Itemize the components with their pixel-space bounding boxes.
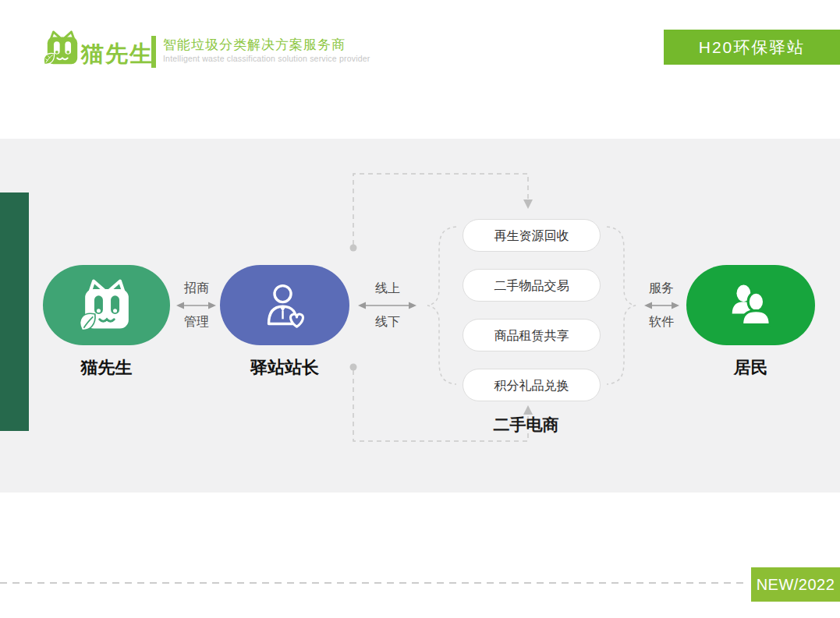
service-box-secondhand-trade: 二手物品交易 [463, 269, 601, 302]
services-group-label: 二手电商 [457, 414, 595, 436]
node-maoxiansheng [43, 265, 170, 345]
link3-top-label: 服务 [636, 281, 686, 297]
link3-bottom-label: 软件 [636, 314, 686, 330]
node-label-station-master: 驿站站长 [220, 356, 349, 380]
node-station-master [220, 265, 349, 345]
service-box-points-redeem: 积分礼品兑换 [463, 369, 601, 401]
station-master-icon [261, 281, 309, 330]
link2-bottom-label: 线下 [363, 314, 413, 330]
cat-icon [73, 276, 140, 335]
cat-logo-icon [44, 30, 81, 67]
slide: 猫先生 智能垃圾分类解决方案服务商 Intelligent waste clas… [0, 0, 840, 618]
service-box-recycling: 再生资源回收 [463, 219, 601, 252]
link1-top-label: 招商 [172, 281, 222, 297]
link1-bottom-label: 管理 [172, 314, 222, 330]
node-label-maoxiansheng: 猫先生 [43, 356, 170, 380]
residents-icon [726, 281, 776, 330]
brand-name: 猫先生 [81, 39, 154, 70]
service-box-rental-sharing: 商品租赁共享 [463, 319, 601, 351]
left-accent-bar [0, 192, 29, 431]
link2-top-label: 线上 [363, 281, 413, 297]
brand-tagline-zh: 智能垃圾分类解决方案服务商 [163, 36, 346, 54]
node-residents [686, 265, 815, 345]
header-badge: H20环保驿站 [664, 30, 840, 65]
footer-badge: NEW/2022 [751, 567, 840, 602]
brand-divider [151, 36, 156, 68]
node-label-residents: 居民 [686, 356, 815, 380]
brand-tagline-en: Intelligent waste classification solutio… [163, 54, 370, 63]
